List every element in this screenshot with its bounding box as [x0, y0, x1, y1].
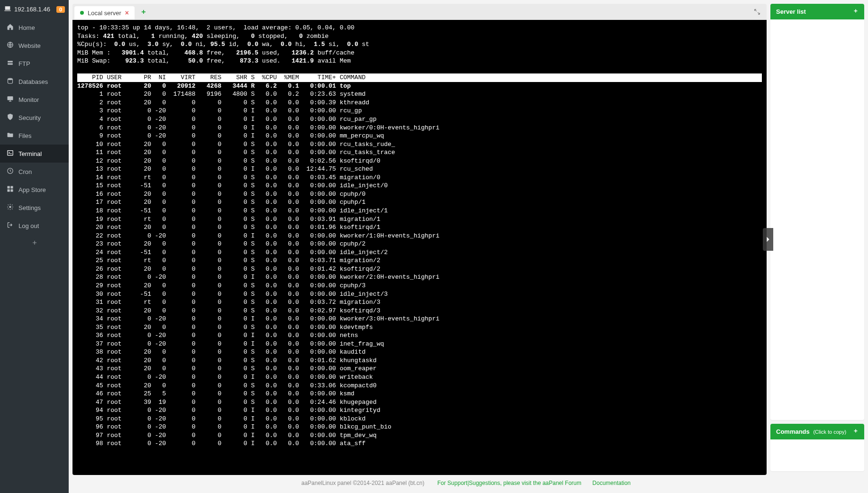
fullscreen-icon[interactable]	[750, 6, 765, 19]
commands-card: Commands (Click to copy)	[770, 424, 864, 471]
sidebar-item-terminal[interactable]: Terminal	[0, 145, 69, 163]
sidebar-item-label: Log out	[18, 222, 39, 229]
sidebar-item-monitor[interactable]: Monitor	[0, 91, 69, 109]
terminal-panel: Local server × top - 10:33:35 up 14 days…	[72, 4, 767, 475]
panel-collapse-handle[interactable]	[763, 228, 773, 251]
tab-label: Local server	[88, 9, 121, 17]
terminal-icon	[7, 149, 14, 158]
svg-rect-5	[8, 186, 9, 188]
folder-icon	[7, 131, 14, 140]
sidebar-item-label: Monitor	[18, 96, 39, 103]
sidebar-item-settings[interactable]: Settings	[0, 199, 69, 217]
svg-rect-6	[11, 186, 13, 188]
sidebar-add-button[interactable]	[0, 235, 69, 253]
gear-icon	[7, 203, 14, 212]
sidebar-item-security[interactable]: Security	[0, 109, 69, 127]
add-server-icon[interactable]	[853, 8, 859, 15]
sidebar-item-log-out[interactable]: Log out	[0, 217, 69, 235]
sidebar-server-header[interactable]: 192.168.1.46 0	[0, 0, 69, 18]
svg-point-9	[9, 206, 11, 208]
sidebar-item-label: App Store	[18, 186, 46, 193]
sidebar-item-label: Settings	[18, 204, 41, 211]
notification-badge[interactable]: 0	[56, 6, 65, 13]
sidebar-item-label: Website	[18, 42, 41, 49]
laptop-icon	[4, 5, 11, 14]
logout-icon	[7, 221, 14, 230]
commands-body	[770, 439, 864, 471]
commands-title: Commands (Click to copy)	[776, 428, 846, 435]
add-command-icon[interactable]	[853, 428, 859, 435]
terminal-tab-local[interactable]: Local server ×	[74, 6, 135, 19]
home-icon	[7, 23, 14, 32]
close-tab-icon[interactable]: ×	[125, 9, 129, 17]
main-area: Local server × top - 10:33:35 up 14 days…	[69, 0, 868, 493]
sidebar-item-home[interactable]: Home	[0, 18, 69, 37]
footer: aaPanelLinux panel ©2014-2021 aaPanel (b…	[72, 475, 864, 489]
sidebar-item-ftp[interactable]: FTP	[0, 55, 69, 73]
sidebar-item-label: Security	[18, 114, 41, 121]
svg-rect-7	[8, 190, 9, 192]
svg-rect-8	[11, 190, 13, 192]
sidebar-item-files[interactable]: Files	[0, 127, 69, 145]
sidebar-item-label: Terminal	[18, 150, 42, 157]
sidebar: 192.168.1.46 0 HomeWebsiteFTPDatabasesMo…	[0, 0, 69, 493]
server-ip: 192.168.1.46	[14, 6, 50, 13]
sidebar-item-cron[interactable]: Cron	[0, 163, 69, 181]
server-list-card: Server list	[770, 4, 864, 420]
sidebar-item-app-store[interactable]: App Store	[0, 181, 69, 199]
db-icon	[7, 77, 14, 86]
monitor-icon	[7, 95, 14, 104]
clock-icon	[7, 167, 14, 176]
tab-bar: Local server ×	[72, 4, 767, 20]
svg-rect-3	[8, 151, 13, 155]
server-list-header[interactable]: Server list	[770, 4, 864, 19]
sidebar-item-label: Databases	[18, 78, 48, 85]
sidebar-item-label: Files	[18, 132, 31, 139]
sidebar-item-label: Home	[18, 24, 35, 31]
footer-forum-link[interactable]: For Support|Suggestions, please visit th…	[437, 480, 581, 486]
sidebar-item-label: Cron	[18, 168, 32, 175]
footer-copyright: aaPanelLinux panel ©2014-2021 aaPanel (b…	[301, 480, 425, 486]
shield-icon	[7, 113, 14, 122]
right-panel: Server list Commands (Click to copy)	[770, 4, 864, 475]
globe-icon	[7, 41, 14, 50]
sidebar-item-website[interactable]: Website	[0, 37, 69, 55]
terminal-output[interactable]: top - 10:33:35 up 14 days, 16:48, 2 user…	[72, 20, 767, 475]
svg-point-1	[8, 78, 13, 80]
sidebar-item-databases[interactable]: Databases	[0, 73, 69, 91]
svg-rect-2	[8, 97, 13, 100]
commands-header[interactable]: Commands (Click to copy)	[770, 424, 864, 439]
grid-icon	[7, 185, 14, 194]
sidebar-item-label: FTP	[18, 60, 30, 67]
ftp-icon	[7, 59, 14, 68]
footer-docs-link[interactable]: Documentation	[592, 480, 631, 486]
server-list-title: Server list	[776, 8, 806, 15]
add-tab-button[interactable]	[136, 9, 151, 17]
status-dot-icon	[80, 11, 84, 15]
server-list-body	[770, 19, 864, 420]
